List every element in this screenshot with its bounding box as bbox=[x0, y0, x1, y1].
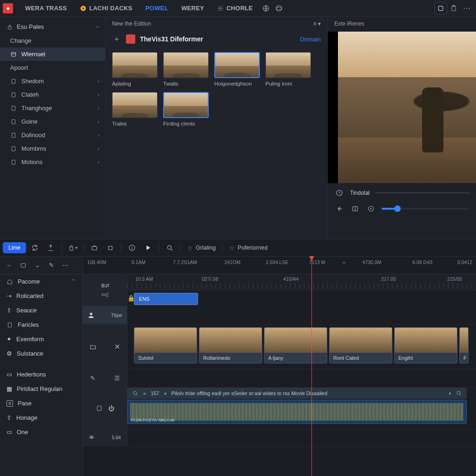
thumb-trales[interactable]: Trales bbox=[112, 92, 158, 126]
tl-cat-pirldlact[interactable]: ▦Pirldlact Regulan bbox=[0, 382, 82, 396]
svg-line-37 bbox=[460, 394, 461, 395]
tl-cat-hedertions[interactable]: ▭Hedertions bbox=[0, 367, 82, 382]
sidebar-item-motions[interactable]: Motions› bbox=[0, 155, 105, 169]
preview-zoom-slider[interactable] bbox=[382, 208, 469, 210]
sphere-icon[interactable] bbox=[272, 2, 285, 15]
track-head-marker[interactable]: ≣⇄ ▭▯ bbox=[83, 274, 127, 305]
vclip-extra[interactable]: F bbox=[459, 327, 469, 364]
tl-cat-sulstance[interactable]: ⚙Sulstance bbox=[0, 346, 82, 361]
preview-time-track[interactable] bbox=[375, 192, 469, 193]
clock-icon[interactable] bbox=[334, 188, 344, 198]
tl-cat-faricles[interactable]: Faricles bbox=[0, 317, 82, 332]
vclip-engiht[interactable]: Engiht bbox=[394, 327, 457, 364]
media-header-menu-icon[interactable]: ≡ ▾ bbox=[313, 20, 321, 27]
tab-werey[interactable]: WEREY bbox=[175, 1, 211, 15]
playhead[interactable] bbox=[311, 257, 312, 476]
sidebar-item-golne[interactable]: Golne› bbox=[0, 115, 105, 128]
sidebar-header[interactable]: Esu Pales bbox=[0, 20, 105, 34]
tab-powel[interactable]: POWEL bbox=[139, 1, 175, 15]
add-media-button[interactable]: ＋ bbox=[112, 34, 121, 44]
track-lane-edit[interactable] bbox=[127, 369, 476, 387]
media-link[interactable]: Dirmain bbox=[300, 36, 321, 43]
tl-cat-one[interactable]: ▭One bbox=[0, 425, 82, 439]
pen-icon[interactable]: ✎ bbox=[90, 375, 95, 382]
svg-point-4 bbox=[276, 7, 282, 9]
tl-cat-pase[interactable]: SPase bbox=[0, 396, 82, 410]
refresh-icon[interactable] bbox=[28, 241, 42, 255]
track-head-eye[interactable]: 👁 5.64 bbox=[83, 430, 127, 446]
vclip-rollarimedo[interactable]: Rollarimedo bbox=[199, 327, 262, 364]
search-icon[interactable] bbox=[163, 241, 177, 255]
more-icon[interactable]: ⋯ bbox=[460, 2, 473, 15]
track-lane-person[interactable] bbox=[127, 306, 476, 324]
close-icon[interactable]: ✕ bbox=[114, 343, 120, 351]
sidebar-item-change[interactable]: Change bbox=[0, 34, 105, 47]
briefcase-icon[interactable] bbox=[87, 241, 101, 255]
track-head-audio[interactable]: ⏻ bbox=[83, 388, 127, 429]
grlaling-toggle[interactable]: ☆Grlaling bbox=[185, 245, 218, 251]
sidebar-item-shedom[interactable]: Shedom› bbox=[0, 74, 105, 88]
track-lane-audio[interactable]: « 157 » PiloIv tride offilng eadl yer sS… bbox=[127, 388, 476, 429]
sidebar-item-mombms[interactable]: Mombms› bbox=[0, 142, 105, 155]
pen-icon[interactable]: ✎ bbox=[46, 260, 57, 271]
track-lane-eye[interactable] bbox=[127, 430, 476, 446]
text-clip[interactable]: ENS bbox=[134, 293, 198, 305]
thumb-hoigon[interactable]: Hoigonedghson bbox=[214, 52, 260, 86]
chevron-down-icon[interactable]: ⌄ bbox=[32, 260, 43, 271]
sidebar-item-apoort[interactable]: Apoort bbox=[0, 61, 105, 74]
search-icon[interactable] bbox=[456, 390, 462, 397]
panel-small-icon[interactable] bbox=[18, 260, 29, 271]
track-head-edit[interactable]: ✎ ☰ bbox=[83, 369, 127, 387]
audio-info-bar[interactable]: « 157 » PiloIv tride offilng eadl yer sS… bbox=[127, 388, 467, 399]
thumb-puling[interactable]: Puling irom bbox=[265, 52, 311, 86]
film-icon: ▭▯ bbox=[101, 291, 109, 298]
tab-chorle[interactable]: CHORLE bbox=[211, 1, 259, 15]
menu-icon[interactable]: ☰ bbox=[114, 375, 120, 382]
tab-lachi[interactable]: LACHI DACKS bbox=[73, 1, 139, 15]
thumb-aplaling[interactable]: Aplaling bbox=[112, 52, 158, 86]
poferiorned-toggle[interactable]: ☆Poferiorned bbox=[226, 245, 271, 251]
window-icon[interactable] bbox=[434, 2, 447, 15]
preview-viewport[interactable] bbox=[328, 32, 476, 183]
sidebar-item-wlernset[interactable]: Wlernset bbox=[0, 47, 105, 61]
track-lane-ruler[interactable]: 10:3 AM 027/.58 410/A4 217.05 215/55 🔒 E… bbox=[127, 274, 476, 305]
power-icon[interactable]: ⏻ bbox=[108, 405, 114, 412]
sidebar-item-dolinood[interactable]: Dolinood› bbox=[0, 128, 105, 142]
tab-wera[interactable]: WERA TRASS bbox=[19, 1, 73, 15]
mini-cam-icon[interactable]: ▪ bbox=[449, 390, 451, 396]
vclip-aljany[interactable]: A ljany bbox=[264, 327, 327, 364]
workspace-tabs: WERA TRASS LACHI DACKS POWEL WEREY CHORL… bbox=[19, 1, 259, 15]
track-lane-video[interactable]: Sulolol Rollarimedo A ljany Ront Caled E… bbox=[127, 324, 476, 369]
track-head-video[interactable]: ✕ bbox=[83, 324, 127, 369]
play-icon[interactable] bbox=[141, 241, 155, 255]
sidebar-item-tnanghoge[interactable]: Tnanghoge› bbox=[0, 101, 105, 115]
export-icon[interactable] bbox=[44, 241, 58, 255]
stop-icon[interactable] bbox=[103, 241, 117, 255]
media-thumbnails: Aplaling Twalts Hoigonedghson Puling iro… bbox=[106, 47, 327, 131]
layout-icon[interactable] bbox=[350, 204, 360, 214]
tl-cat-rolicarted[interactable]: ⇢Rolicarted bbox=[0, 289, 82, 303]
bag-icon[interactable]: ▾ bbox=[66, 241, 79, 255]
track-head-person[interactable]: Ttipe bbox=[83, 306, 127, 324]
sidebar-item-clateh[interactable]: Clateh› bbox=[0, 88, 105, 101]
back-small-icon[interactable]: ← bbox=[4, 260, 15, 271]
vclip-sulolol[interactable]: Sulolol bbox=[134, 327, 197, 364]
thumb-firding[interactable]: Firding clents bbox=[163, 92, 209, 126]
app-logo[interactable]: ◆ bbox=[3, 3, 13, 13]
timeline-ruler[interactable]: 108.40M 0.1AM 7.7.2S1AM 241OM 2.034.LSE … bbox=[83, 257, 476, 274]
target-icon[interactable] bbox=[366, 204, 376, 214]
dots-icon[interactable]: ⋯ bbox=[60, 260, 71, 271]
tl-cat-exemform[interactable]: ✦Exemform bbox=[0, 332, 82, 346]
thumb-twalts[interactable]: Twalts bbox=[163, 52, 209, 86]
clipboard-icon[interactable] bbox=[447, 2, 460, 15]
tl-cat-pacome[interactable]: Pacome⌃ bbox=[0, 274, 82, 289]
vclip-rontcaled[interactable]: Ront Caled bbox=[329, 327, 392, 364]
info-icon[interactable] bbox=[125, 241, 139, 255]
lime-button[interactable]: Lime bbox=[3, 242, 26, 253]
eye-icon[interactable]: 👁 bbox=[89, 434, 95, 441]
audio-waveform[interactable]: TADNTHETA NIGAIM bbox=[127, 400, 467, 424]
back-icon[interactable] bbox=[334, 204, 344, 214]
tl-cat-seauce[interactable]: ⇧Seauce bbox=[0, 303, 82, 317]
tl-cat-honage[interactable]: ⇧Honage bbox=[0, 410, 82, 425]
globe-icon[interactable] bbox=[259, 2, 272, 15]
